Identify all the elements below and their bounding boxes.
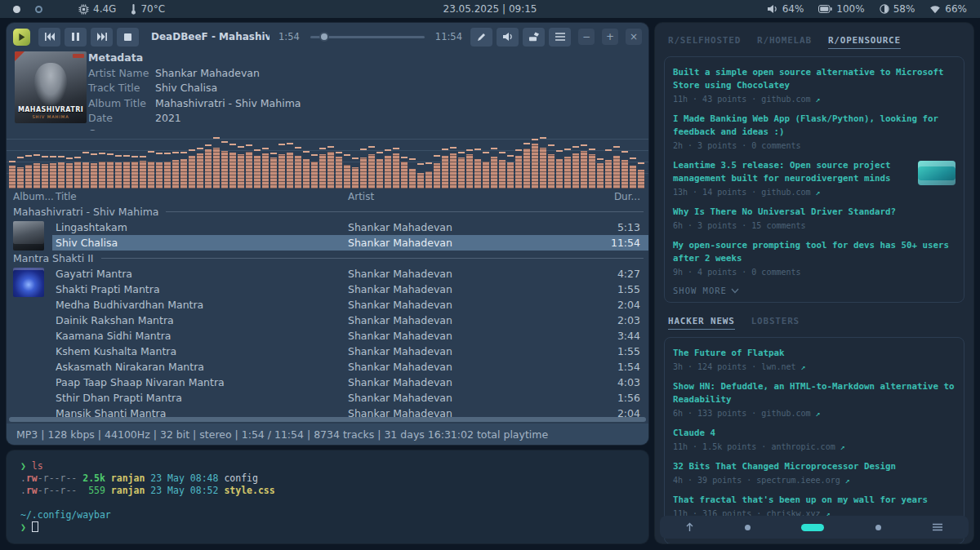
metadata-row: Album TitleMahashivratri - Shiv Mahima bbox=[88, 95, 648, 111]
terminal-text: ranjan bbox=[111, 485, 145, 496]
news-post[interactable]: Built a simple open source alternative t… bbox=[673, 66, 956, 104]
wifi-module[interactable]: 66% bbox=[929, 3, 967, 15]
spectrum-peak-marker bbox=[270, 153, 277, 154]
news-post[interactable]: Leantime 3.5 release: Open source projec… bbox=[673, 159, 956, 197]
news-post[interactable]: Why Is There No Universal Driver Standar… bbox=[673, 206, 956, 230]
column-header-title[interactable]: Title bbox=[56, 191, 348, 202]
cpu-module[interactable]: 4.4G bbox=[78, 3, 116, 15]
track-artist: Shankar Mahadevan bbox=[348, 407, 591, 417]
spectrum-bar bbox=[246, 131, 252, 189]
volume-button[interactable] bbox=[497, 28, 519, 47]
spectrum-bar bbox=[581, 131, 587, 189]
spectrum-bar-fill bbox=[148, 162, 154, 189]
track-row[interactable]: Sthir Dhan Prapti MantraShankar Mahadeva… bbox=[7, 390, 648, 406]
edit-button[interactable] bbox=[470, 28, 492, 47]
page-pill-active[interactable] bbox=[801, 524, 824, 531]
show-more-button[interactable]: SHOW MORE bbox=[673, 286, 956, 295]
workspace-active-dot[interactable] bbox=[13, 6, 20, 13]
spectrum-bar-fill bbox=[140, 161, 146, 189]
spectrum-bar-fill bbox=[483, 162, 489, 189]
spectrum-bar bbox=[82, 131, 89, 189]
workspaces[interactable] bbox=[13, 6, 20, 13]
spectrum-bar-fill bbox=[99, 162, 105, 189]
track-duration: 1:56 bbox=[591, 392, 648, 404]
brightness-module[interactable]: 58% bbox=[880, 3, 915, 15]
spectrum-peak-marker bbox=[434, 155, 440, 157]
track-row[interactable]: Dainik Rakshan MantraShankar Mahadevan2:… bbox=[7, 313, 648, 328]
spectrum-bar bbox=[327, 131, 334, 189]
next-button[interactable] bbox=[91, 28, 113, 47]
column-header-duration[interactable]: Dur... bbox=[591, 191, 648, 202]
column-header-album[interactable]: Album... bbox=[7, 191, 56, 202]
tab-r-opensource[interactable]: R/OPENSOURCE bbox=[828, 35, 901, 49]
post-title: That fractal that's been up on my wall f… bbox=[673, 494, 956, 507]
seekbar[interactable] bbox=[310, 31, 425, 42]
track-row[interactable]: Kaamana Sidhi MantraShankar Mahadevan3:4… bbox=[7, 328, 648, 344]
reddit-posts-card: Built a simple open source alternative t… bbox=[664, 56, 964, 303]
spectrum-bar bbox=[401, 131, 408, 189]
track-row[interactable]: Mansik Shanti MantraShankar Mahadevan2:0… bbox=[7, 406, 648, 417]
news-post[interactable]: Show HN: Defuddle, an HTML-to-Markdown a… bbox=[673, 380, 956, 418]
news-post[interactable]: That fractal that's been up on my wall f… bbox=[673, 494, 956, 518]
track-row[interactable]: Gayatri MantraShankar Mahadevan4:27 bbox=[7, 266, 648, 282]
spectrum-bar-fill bbox=[115, 162, 122, 189]
workspace-2[interactable] bbox=[35, 6, 42, 13]
spectrum-peak-marker bbox=[376, 152, 383, 153]
temperature-module[interactable]: 70°C bbox=[131, 3, 165, 15]
terminal-line: ~/.config/waybar bbox=[20, 509, 648, 521]
pause-button[interactable] bbox=[65, 28, 87, 47]
track-row[interactable]: Askasmath Nirakaran MantraShankar Mahade… bbox=[7, 359, 648, 375]
previous-button[interactable] bbox=[38, 28, 60, 47]
window-title: DeaDBeeF - Mahashivratri - Shiv... bbox=[151, 31, 270, 42]
spectrum-peak-marker bbox=[164, 153, 171, 154]
spectrum-peak-marker bbox=[17, 157, 24, 158]
spectrum-bar-fill bbox=[556, 159, 563, 189]
page-dot-1[interactable] bbox=[745, 525, 751, 530]
tab-r-selfhosted[interactable]: R/SELFHOSTED bbox=[668, 35, 741, 49]
scroll-top-icon[interactable] bbox=[685, 522, 694, 532]
news-post[interactable]: I Made Banking Web App (Flask/Python), l… bbox=[673, 113, 956, 150]
panel-menu-icon[interactable] bbox=[932, 523, 943, 531]
spectrum-bar bbox=[417, 131, 424, 189]
close-button[interactable]: × bbox=[626, 29, 642, 45]
track-row[interactable]: Medha Budhivardhan MantraShankar Mahadev… bbox=[7, 297, 648, 313]
spectrum-bar bbox=[507, 131, 514, 189]
maximize-button[interactable]: + bbox=[602, 29, 618, 45]
terminal-text: 2.5k bbox=[82, 472, 105, 484]
tab-r-homelab[interactable]: R/HOMELAB bbox=[757, 35, 812, 49]
tab-lobsters[interactable]: LOBSTERS bbox=[751, 316, 800, 330]
spectrum-peak-marker bbox=[319, 148, 326, 149]
volume-value: 64% bbox=[782, 3, 804, 15]
wifi-icon bbox=[929, 5, 941, 14]
horizontal-scrollbar[interactable] bbox=[9, 417, 646, 422]
news-post[interactable]: The Future of Flatpak3h · 124 points · l… bbox=[673, 347, 956, 371]
spectrum-bar bbox=[556, 131, 563, 189]
battery-module[interactable]: 100% bbox=[818, 3, 864, 15]
column-header-artist[interactable]: Artist bbox=[348, 191, 591, 202]
news-post[interactable]: Claude 411h · 1.5k points · anthropic.co… bbox=[673, 427, 956, 451]
track-row[interactable]: Shakti Prapti MantraShankar Mahadevan1:5… bbox=[7, 282, 648, 297]
spectrum-bar bbox=[189, 131, 195, 189]
seekbar-handle[interactable] bbox=[319, 32, 329, 42]
track-row[interactable]: Paap Taap Shaap Nivaran MantraShankar Ma… bbox=[7, 375, 648, 390]
tab-hacker-news[interactable]: HACKER NEWS bbox=[668, 316, 735, 330]
playlist-menu-button[interactable] bbox=[549, 28, 571, 47]
design-mode-button[interactable] bbox=[523, 28, 545, 47]
news-post[interactable]: 32 Bits That Changed Microprocessor Desi… bbox=[673, 460, 956, 485]
group-divider bbox=[166, 211, 644, 212]
news-post[interactable]: My open-source prompting tool for devs h… bbox=[673, 239, 956, 277]
track-row[interactable]: Shiv ChalisaShankar Mahadevan11:54 bbox=[7, 235, 648, 251]
spectrum-bar-fill bbox=[262, 153, 269, 189]
minimize-button[interactable]: − bbox=[578, 29, 595, 45]
track-title: Mansik Shanti Mantra bbox=[56, 407, 348, 417]
workspace-inactive-dot[interactable] bbox=[35, 6, 42, 13]
brightness-icon bbox=[880, 4, 889, 14]
spectrum-bar bbox=[278, 131, 285, 189]
stop-button[interactable] bbox=[117, 28, 139, 47]
terminal-window[interactable]: ❯ ls.rw-r--r-- 2.5k ranjan 23 May 08:48 … bbox=[7, 450, 648, 543]
terminal-text: ls bbox=[32, 460, 43, 472]
page-dot-3[interactable] bbox=[875, 525, 881, 530]
volume-module[interactable]: 64% bbox=[767, 3, 804, 15]
track-row[interactable]: Kshem Kushalta MantraShankar Mahadevan1:… bbox=[7, 344, 648, 359]
track-row[interactable]: LingashtakamShankar Mahadevan5:13 bbox=[7, 220, 648, 235]
